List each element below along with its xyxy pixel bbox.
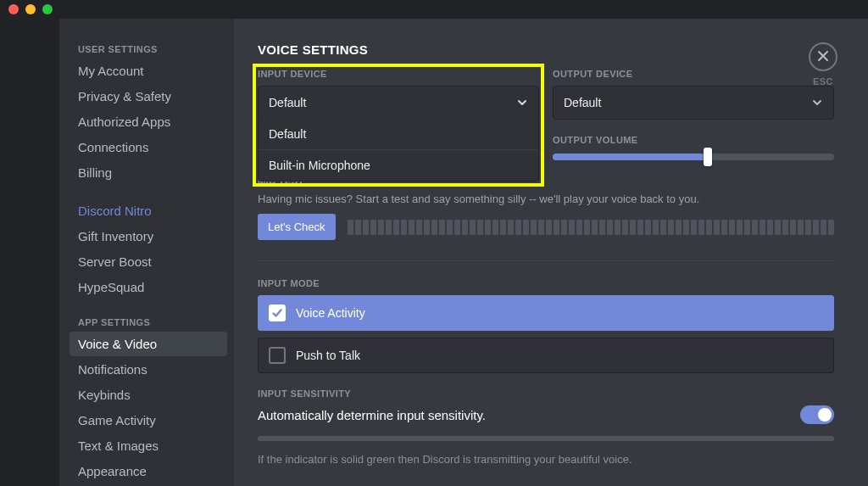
mic-meter-segment [538, 220, 544, 235]
sidebar-item-label: Server Boost [78, 254, 152, 269]
mic-meter-segment [668, 220, 674, 235]
mic-meter-segment [622, 220, 628, 235]
mic-meter-segment [378, 220, 384, 235]
sidebar-item-text-images[interactable]: Text & Images [70, 433, 227, 458]
mic-meter-segment [691, 220, 697, 235]
sidebar-heading-app: App Settings [70, 312, 227, 331]
sidebar-item-voice-video[interactable]: Voice & Video [70, 332, 227, 356]
mic-meter-segment [813, 220, 819, 235]
mic-meter-segment [401, 220, 407, 235]
output-device-select[interactable]: Default [553, 86, 834, 120]
sidebar-item-authorized-apps[interactable]: Authorized Apps [70, 109, 227, 134]
mic-test-desc: Having mic issues? Start a test and say … [258, 193, 834, 205]
mic-meter-segment [637, 220, 643, 235]
auto-sensitivity-toggle[interactable] [800, 405, 834, 424]
mic-meter-segment [714, 220, 720, 235]
sidebar-item-game-activity[interactable]: Game Activity [70, 408, 227, 433]
mic-meter-segment [653, 220, 659, 235]
input-device-select[interactable]: Default Default Built-in Microphone [258, 86, 539, 120]
mic-meter-segment [424, 220, 430, 235]
mic-meter-segment [790, 220, 796, 235]
close-stack: ESC [809, 42, 837, 87]
slider-thumb[interactable] [704, 148, 712, 166]
traffic-close[interactable] [8, 4, 19, 14]
mic-meter-segment [470, 220, 476, 235]
auto-sensitivity-label: Automatically determine input sensitivit… [258, 408, 486, 422]
mic-meter-segment [798, 220, 804, 235]
input-device-label: Input Device [258, 69, 539, 79]
mic-level-meter [348, 220, 834, 235]
mic-meter-segment [508, 220, 514, 235]
mic-meter-segment [492, 220, 498, 235]
mic-meter-segment [645, 220, 651, 235]
mic-meter-segment [348, 220, 353, 235]
checkmark-icon [271, 307, 283, 319]
settings-sidebar: User Settings My Account Privacy & Safet… [59, 19, 234, 486]
settings-content: ESC Voice Settings Input Device Default … [234, 19, 868, 486]
sidebar-item-privacy-safety[interactable]: Privacy & Safety [70, 84, 227, 109]
output-volume-label: Output Volume [553, 135, 834, 145]
mic-meter-segment [760, 220, 765, 235]
input-mode-voice-activity[interactable]: Voice Activity [258, 295, 834, 331]
sensitivity-bar [258, 436, 834, 441]
mic-meter-segment [775, 220, 781, 235]
input-device-option-default[interactable]: Default [259, 119, 538, 149]
mic-meter-segment [576, 220, 582, 235]
mic-meter-segment [721, 220, 727, 235]
mic-meter-segment [782, 220, 788, 235]
sidebar-item-keybinds[interactable]: Keybinds [70, 383, 227, 407]
sidebar-item-label: Privacy & Safety [78, 89, 171, 103]
input-device-option-builtin[interactable]: Built-in Microphone [259, 149, 538, 181]
input-mode-label: Input Mode [258, 278, 834, 288]
mic-meter-segment [698, 220, 704, 235]
close-icon [816, 49, 830, 65]
sidebar-item-label: Game Activity [78, 413, 156, 427]
sidebar-item-label: My Account [78, 64, 144, 78]
mic-meter-segment [805, 220, 811, 235]
checkbox-icon [269, 304, 286, 321]
mic-meter-segment [592, 220, 598, 235]
sidebar-item-label: Text & Images [78, 439, 159, 453]
traffic-zoom[interactable] [42, 4, 53, 14]
mic-meter-segment [767, 220, 773, 235]
sidebar-item-label: Discord Nitro [78, 204, 152, 218]
input-device-block: Input Device Default Default Built-in Mi… [258, 69, 539, 160]
traffic-minimize[interactable] [25, 4, 36, 14]
sidebar-item-hypesquad[interactable]: HypeSquad [70, 275, 227, 299]
mic-meter-segment [386, 220, 392, 235]
sidebar-heading-user: User Settings [70, 39, 227, 58]
lets-check-button[interactable]: Let's Check [258, 214, 336, 240]
input-sensitivity-label: Input Sensitivity [258, 388, 834, 399]
toggle-knob [818, 408, 832, 422]
sidebar-item-connections[interactable]: Connections [70, 135, 227, 159]
sidebar-item-label: HypeSquad [78, 280, 144, 294]
mic-meter-segment [431, 220, 437, 235]
sidebar-item-label: Voice & Video [78, 337, 157, 351]
mic-meter-segment [500, 220, 506, 235]
output-volume-slider[interactable] [553, 154, 834, 160]
dropdown-option-label: Built-in Microphone [269, 159, 370, 172]
input-mode-push-to-talk[interactable]: Push to Talk [258, 338, 834, 373]
radio-label: Push to Talk [296, 349, 360, 362]
mic-meter-segment [615, 220, 620, 235]
close-button[interactable] [809, 42, 837, 71]
sidebar-item-appearance[interactable]: Appearance [70, 459, 227, 483]
mic-meter-segment [462, 220, 468, 235]
sidebar-item-my-account[interactable]: My Account [70, 59, 227, 83]
sidebar-item-gift-inventory[interactable]: Gift Inventory [70, 224, 227, 249]
mic-meter-segment [370, 220, 376, 235]
mic-meter-segment [683, 220, 689, 235]
sidebar-item-discord-nitro[interactable]: Discord Nitro [70, 198, 227, 223]
mic-meter-segment [447, 220, 453, 235]
mic-meter-segment [416, 220, 422, 235]
sidebar-item-label: Gift Inventory [78, 229, 153, 243]
mic-meter-segment [561, 220, 567, 235]
mic-meter-segment [660, 220, 666, 235]
sidebar-item-notifications[interactable]: Notifications [70, 357, 227, 382]
sidebar-item-server-boost[interactable]: Server Boost [70, 249, 227, 274]
voice-settings-title: Voice Settings [258, 42, 834, 57]
sensitivity-note: If the indicator is solid green then Dis… [258, 453, 834, 466]
checkbox-icon [269, 347, 286, 364]
sidebar-item-billing[interactable]: Billing [70, 160, 227, 185]
slider-fill [553, 154, 708, 160]
